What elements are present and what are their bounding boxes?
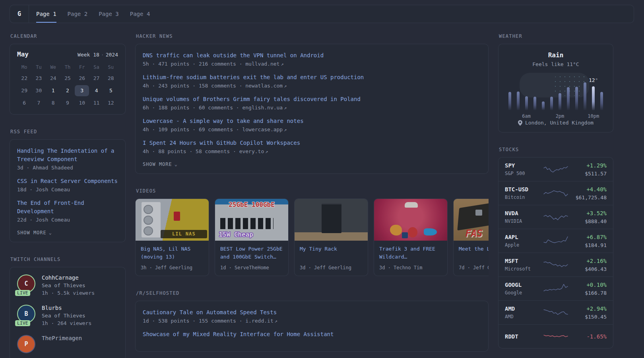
calendar-day[interactable]: 5 [104, 85, 118, 96]
twitch-channel-name[interactable]: ThePrimeagen [42, 335, 82, 341]
video-thumbnail[interactable]: 25GbE 100GbE15W Cheap [215, 199, 288, 241]
thumb-rack-box [322, 203, 341, 233]
calendar-week-year: Week 18·2024 [78, 52, 118, 58]
thumb-chip [475, 210, 482, 216]
video-meta: 3h · Jeff Geerling [136, 265, 209, 270]
stock-sparkline-wrap [543, 233, 568, 248]
stock-row[interactable]: GOOGLGoogle+0.10%$166.78 [499, 276, 613, 300]
feed-item-title[interactable]: CSS in React Server Components [17, 177, 118, 185]
calendar-day[interactable]: 28 [104, 73, 118, 84]
twitch-channel-game: Sea of Thieves [42, 282, 95, 288]
feed-item-title[interactable]: The End of Front-End Development [17, 199, 118, 216]
videos-section-title: VIDEOS [136, 188, 489, 194]
feed-item-title[interactable]: Showcase of my Mixed Reality Interface f… [143, 330, 481, 339]
weather-hour-label: 6am [522, 113, 531, 119]
tab-page-3[interactable]: Page 3 [99, 5, 119, 23]
calendar-day[interactable]: 26 [75, 73, 89, 84]
twitch-channel-name[interactable]: Blurbs [42, 305, 91, 311]
calendar-day[interactable]: 10 [75, 97, 89, 109]
stock-symbol[interactable]: RDDT [505, 333, 543, 340]
calendar-day[interactable]: 9 [60, 97, 75, 109]
stock-sparkline-wrap [543, 281, 568, 296]
feed-item-title[interactable]: Lowercase - A simple way to take and sha… [143, 117, 481, 125]
video-title[interactable]: Big NAS, Lil NAS (moving 13) [136, 245, 209, 261]
stock-row[interactable]: RDDT-1.65% [499, 324, 613, 348]
stock-row[interactable]: MSFTMicrosoft+2.16%$406.43 [499, 253, 613, 276]
calendar-day[interactable]: 12 [104, 97, 118, 109]
calendar-day[interactable]: 7 [31, 97, 46, 109]
video-title[interactable]: My Tiny Rack [295, 245, 368, 261]
video-thumbnail[interactable] [295, 199, 368, 241]
stock-change: +0.10% [568, 282, 607, 288]
stock-symbol[interactable]: BTC-USD [505, 186, 543, 193]
tab-page-1[interactable]: Page 1 [36, 5, 56, 23]
calendar-day-header: Tu [31, 63, 46, 72]
video-thumbnail[interactable] [374, 199, 447, 241]
calendar-day[interactable]: 23 [31, 73, 46, 84]
columns: CALENDAR May Week 18·2024 MoTuWeThFrSaSu… [10, 33, 634, 358]
calendar-day[interactable]: 1 [46, 85, 60, 96]
stock-symbol[interactable]: MSFT [505, 258, 543, 264]
calendar-day[interactable]: 4 [89, 85, 103, 96]
calendar-day[interactable]: 24 [46, 73, 60, 84]
twitch-channel-meta: 1h · 264 viewers [42, 320, 91, 326]
stock-company-name: AMD [505, 314, 543, 319]
stock-symbol[interactable]: NVDA [505, 210, 543, 216]
video-title[interactable]: Traefik 3 and FREE Wildcard… [374, 245, 447, 261]
calendar-day-today[interactable]: 3 [75, 85, 89, 96]
stock-symbol[interactable]: AAPL [505, 234, 543, 240]
show-more-button[interactable]: SHOW MORE⌄ [143, 161, 178, 167]
chevron-down-icon: ⌄ [175, 161, 178, 167]
video-title[interactable]: BEST Low Power 25GbE and 100GbE Switch… [215, 245, 288, 261]
dashboard-page: G Page 1Page 2Page 3Page 4 CALENDAR May … [0, 0, 644, 358]
weather-section-title: WEATHER [499, 33, 613, 39]
stock-right: +0.10%$166.78 [568, 282, 607, 296]
calendar-day[interactable]: 30 [31, 85, 46, 96]
calendar-day[interactable]: 6 [17, 97, 31, 109]
calendar-day[interactable]: 22 [17, 73, 31, 84]
calendar-day[interactable]: 2 [60, 85, 75, 96]
feed-item-title[interactable]: DNS traffic can leak outside the VPN tun… [143, 51, 481, 60]
weather-bar [600, 92, 603, 110]
stock-row[interactable]: SPYS&P 500+1.29%$511.57 [499, 158, 613, 181]
feed-item-title[interactable]: Lithium-free sodium batteries exit the l… [143, 73, 481, 82]
stock-change: +6.87% [568, 234, 607, 240]
stock-symbol[interactable]: SPY [505, 162, 543, 169]
video-title[interactable]: Meet the Linux Clu… [454, 245, 489, 261]
app-logo[interactable]: G [10, 5, 29, 23]
feed-item-title[interactable]: Unique volumes of Brothers Grimm fairy t… [143, 95, 481, 103]
feed-item-title[interactable]: I Spent 24 Hours with GitHub Copilot Wor… [143, 139, 481, 147]
tab-page-2[interactable]: Page 2 [68, 5, 88, 23]
calendar-day[interactable]: 29 [17, 85, 31, 96]
show-more-button[interactable]: SHOW MORE⌄ [17, 230, 52, 235]
calendar-section-title: CALENDAR [10, 33, 126, 39]
calendar-day[interactable]: 27 [89, 73, 103, 84]
stock-sparkline-wrap [543, 210, 568, 224]
tab-page-4[interactable]: Page 4 [130, 5, 150, 23]
twitch-channel-name[interactable]: CohhCarnage [42, 274, 95, 281]
weather-bar [525, 96, 528, 110]
stock-company-name: Apple [505, 242, 543, 248]
stock-left: AAPLApple [505, 234, 543, 248]
video-card: My Tiny Rack3d · Jeff Geerling [294, 198, 368, 276]
thumb-docker-whale [424, 228, 437, 236]
thumb-red-can [174, 212, 180, 221]
stock-row[interactable]: AAPLApple+6.87%$184.91 [499, 229, 613, 253]
stock-row[interactable]: BTC-USDBitcoin+4.40%$61,725.48 [499, 181, 613, 205]
thumb-lock [402, 232, 408, 238]
stock-symbol[interactable]: AMD [505, 305, 543, 312]
calendar-day[interactable]: 25 [60, 73, 75, 84]
video-thumbnail[interactable]: LIL NAS [136, 199, 209, 241]
feed-item-title[interactable]: Handling The Indentation of a Treeview C… [17, 147, 118, 163]
stock-symbol[interactable]: GOOGL [505, 282, 543, 288]
feed-item: Showcase of my Mixed Reality Interface f… [143, 330, 481, 339]
twitch-avatar[interactable]: P [17, 335, 35, 353]
stock-row[interactable]: NVDANVIDIA+3.52%$888.40 [499, 205, 613, 229]
video-thumbnail[interactable]: FAS [454, 199, 489, 241]
feed-item-meta: 22d · Josh Comeau [17, 217, 118, 223]
stock-sparkline [543, 186, 568, 199]
stock-row[interactable]: AMDAMD+2.94%$150.45 [499, 300, 613, 324]
calendar-day[interactable]: 11 [89, 97, 103, 109]
feed-item-title[interactable]: Cautionary Tale on Automated Speed Tests [143, 308, 481, 317]
calendar-day[interactable]: 8 [46, 97, 60, 109]
